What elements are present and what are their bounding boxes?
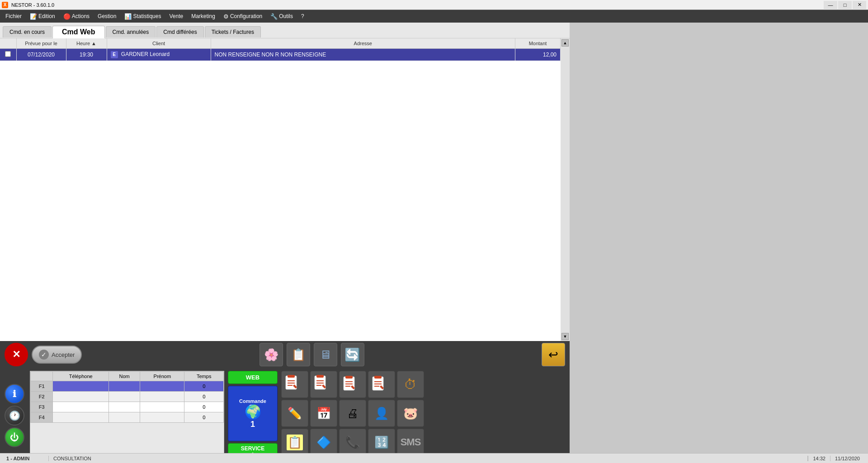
phone-row-f4[interactable]: F4 0	[31, 412, 224, 423]
tabs-bar: Cmd. en cours Cmd Web Cmd. annulées Cmd …	[0, 23, 570, 38]
accept-label: Accepter	[52, 351, 75, 358]
svg-rect-1	[288, 375, 295, 378]
col-header-date[interactable]: Prévue pour le	[16, 38, 66, 49]
refresh-button[interactable]: 🔄	[341, 343, 364, 366]
maximize-button[interactable]: □	[838, 1, 852, 9]
quick-actions: 1 2	[281, 371, 424, 460]
col-header-amount[interactable]: Montant	[515, 38, 561, 49]
menu-vente[interactable]: Vente	[165, 12, 187, 21]
qa-notepad-3[interactable]: 3	[339, 371, 366, 398]
svg-rect-16	[374, 376, 382, 379]
qa-sticky-note[interactable]: 📋	[281, 429, 308, 456]
phone-row-f3[interactable]: F3 0	[31, 402, 224, 412]
ph-prenom-f3	[140, 402, 184, 412]
qa-notepad-2[interactable]: 2	[310, 371, 337, 398]
calculator-icon: 🔢	[374, 435, 389, 449]
titlebar-controls[interactable]: — □ ✕	[824, 1, 866, 9]
table-row[interactable]: 07/12/2020 19:30 E GARDNER Leonard NON R…	[0, 49, 561, 61]
menu-configuration[interactable]: ⚙ Configuration	[220, 12, 266, 21]
notepad-1-icon	[283, 374, 301, 395]
close-icon: ✕	[12, 349, 20, 360]
tab-cmd-differees[interactable]: Cmd différées	[156, 26, 203, 37]
close-window-button[interactable]: ✕	[853, 1, 866, 9]
col-header-time[interactable]: Heure ▲	[66, 38, 107, 49]
info-button[interactable]: ℹ	[5, 384, 24, 404]
row-checkbox[interactable]	[0, 49, 16, 61]
flowers-button[interactable]: 🌸	[259, 343, 283, 366]
qa-notepad-1[interactable]: 1	[281, 371, 308, 398]
clock-gear-icon: ⏱	[404, 377, 417, 392]
menu-configuration-label: Configuration	[230, 13, 262, 19]
menu-edition[interactable]: 📝 Edition	[26, 12, 59, 21]
menu-fichier-label: Fichier	[5, 13, 22, 19]
scroll-down-arrow[interactable]: ▼	[561, 333, 569, 340]
menu-actions[interactable]: 🔴 Actions	[60, 12, 93, 21]
ph-key-f2: F2	[31, 392, 53, 402]
qa-signpost[interactable]: 🔷	[310, 429, 337, 456]
tab-cmd-en-cours[interactable]: Cmd. en cours	[3, 26, 52, 37]
web-button[interactable]: WEB	[228, 371, 278, 384]
ph-nom-f4	[109, 412, 140, 423]
clock-button[interactable]: 🕐	[5, 406, 24, 426]
app-logo: X	[2, 2, 8, 8]
menu-help[interactable]: ?	[297, 12, 308, 21]
tab-cmd-annulees[interactable]: Cmd. annulées	[106, 26, 156, 37]
ph-temps-f1: 0	[184, 381, 224, 392]
menubar: Fichier 📝 Edition 🔴 Actions Gestion 📊 St…	[0, 10, 868, 23]
clipboard-button[interactable]: 📋	[287, 343, 310, 366]
accept-button[interactable]: ✓ Accepter	[32, 346, 82, 364]
qa-notepad-4[interactable]: 4	[368, 371, 395, 398]
qa-piggy[interactable]: 🐷	[397, 400, 424, 427]
menu-statistiques[interactable]: 📊 Statistiques	[121, 12, 165, 21]
row-checkbox-input[interactable]	[5, 51, 11, 57]
tab-tickets-factures[interactable]: Tickets / Factures	[205, 26, 261, 37]
menu-marketing-label: Marketing	[191, 13, 215, 19]
scrollbar[interactable]: ▲ ▼	[561, 38, 570, 341]
sms-icon: SMS	[401, 436, 421, 448]
scroll-up-arrow[interactable]: ▲	[561, 39, 569, 47]
power-icon: ⏻	[10, 432, 19, 443]
piggy-icon: 🐷	[403, 407, 418, 421]
info-icon: ℹ	[13, 388, 16, 399]
menu-marketing[interactable]: Marketing	[188, 12, 219, 21]
return-button[interactable]: ↩	[542, 343, 565, 366]
edit-icon: ✏️	[288, 407, 302, 421]
col-header-client[interactable]: Client	[107, 38, 211, 49]
menu-vente-label: Vente	[169, 13, 183, 19]
qa-contact[interactable]: 👤	[368, 400, 395, 427]
phone-table-header: Téléphone Nom Prénom Temps	[31, 372, 224, 381]
close-button[interactable]: ✕	[5, 343, 28, 366]
qa-phone-orange[interactable]: 📞	[339, 429, 366, 456]
col-header-address[interactable]: Adresse	[211, 38, 515, 49]
commande-button[interactable]: Commande 🌍 1	[228, 386, 278, 441]
clock-icon: 🕐	[9, 410, 20, 421]
stats-icon: 📊	[124, 13, 132, 20]
qa-clock-gear[interactable]: ⏱	[397, 371, 424, 398]
monitor-button[interactable]: 🖥	[314, 343, 337, 366]
row-date: 07/12/2020	[16, 49, 66, 61]
left-panel: Cmd. en cours Cmd Web Cmd. annulées Cmd …	[0, 23, 570, 463]
phone-row-f1[interactable]: F1 0	[31, 381, 224, 392]
qa-edit[interactable]: ✏️	[281, 400, 308, 427]
menu-edition-label: Edition	[38, 13, 55, 19]
qa-calendar[interactable]: 📅	[310, 400, 337, 427]
menu-fichier[interactable]: Fichier	[2, 12, 25, 21]
tab-cmd-web[interactable]: Cmd Web	[52, 26, 104, 38]
status-date: 11/12/2020	[830, 456, 864, 461]
right-panel	[570, 23, 868, 463]
menu-outils[interactable]: 🔧 Outils	[267, 12, 297, 21]
qa-sms[interactable]: SMS	[397, 429, 424, 456]
ph-temps-f4: 0	[184, 412, 224, 423]
ph-phone-f2	[53, 392, 109, 402]
menu-gestion[interactable]: Gestion	[94, 12, 120, 21]
phone-row-f2[interactable]: F2 0	[31, 392, 224, 402]
svg-rect-11	[345, 376, 353, 379]
minimize-button[interactable]: —	[824, 1, 837, 9]
client-badge: E	[111, 51, 118, 58]
power-button[interactable]: ⏻	[5, 427, 24, 447]
qa-printer[interactable]: 🖨	[339, 400, 366, 427]
qa-calculator[interactable]: 🔢	[368, 429, 395, 456]
svg-rect-6	[316, 375, 324, 378]
status-user: 1 - ADMIN	[4, 456, 49, 461]
statusbar: 1 - ADMIN CONSULTATION 14:32 11/12/2020	[0, 453, 868, 463]
